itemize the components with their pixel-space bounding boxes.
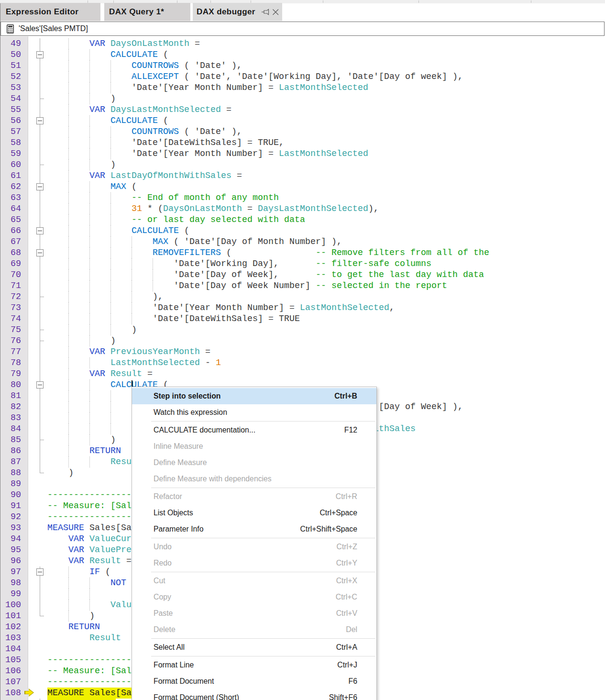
fold-line (40, 473, 44, 473)
menu-separator (132, 421, 376, 422)
menu-item[interactable]: CALCULATE documentation...F12 (132, 422, 376, 438)
code-line[interactable]: 49 VAR DaysOnLastMonth = (0, 38, 605, 49)
menu-item[interactable]: List ObjectsCtrl+Space (132, 505, 376, 521)
code-line[interactable]: 50 CALCULATE ( (0, 49, 605, 60)
code-line[interactable]: 67 MAX ( 'Date'[Day of Month Number] ), (0, 236, 605, 247)
fold-collapse-box[interactable] (36, 249, 44, 256)
menu-separator (132, 487, 376, 489)
code-text: MAX ( 'Date'[Day of Month Number] ), (47, 236, 342, 247)
menu-separator (132, 571, 376, 573)
code-text: VAR DaysLastMonthSelected = (47, 104, 231, 115)
measure-icon (7, 24, 14, 33)
line-number: 69 (0, 258, 21, 269)
menu-item: PasteCtrl+V (132, 605, 376, 622)
fold-line (40, 456, 40, 467)
fold-line (40, 445, 40, 456)
code-line[interactable]: 76 ) (0, 335, 605, 346)
fold-line (40, 297, 44, 297)
menu-item-shortcut: Ctrl+V (336, 609, 357, 618)
code-line[interactable]: 71 'Date'[Day of Week Number] -- selecte… (0, 280, 605, 291)
code-line[interactable]: 54 ) (0, 93, 605, 104)
fold-minus (38, 385, 42, 385)
code-text: 'Date'[Year Month Number] = LastMonthSel… (47, 302, 395, 313)
menu-item-shortcut: Ctrl+Shift+Space (300, 525, 357, 533)
code-line[interactable]: 77 VAR PreviousYearMonth = (0, 346, 605, 357)
code-line[interactable]: 51 COUNTROWS ( 'Date' ), (0, 60, 605, 71)
fold-line (40, 423, 40, 434)
code-line[interactable]: 64 31 * (DaysOnLastMonth = DaysLastMonth… (0, 203, 605, 214)
fold-line (40, 236, 40, 247)
line-number: 55 (0, 104, 21, 115)
line-number: 99 (0, 589, 21, 600)
line-number: 56 (0, 115, 21, 126)
line-number: 106 (0, 666, 21, 677)
menu-item[interactable]: Format Document (Short)Shift+F6 (132, 689, 376, 700)
fold-line (40, 390, 40, 401)
code-line[interactable]: 55 VAR DaysLastMonthSelected = (0, 104, 605, 115)
code-line[interactable]: 59 'Date'[Year Month Number] = LastMonth… (0, 148, 605, 159)
tab-expression-editor[interactable]: Expression Editor (0, 3, 100, 21)
code-line[interactable]: 53 'Date'[Year Month Number] = LastMonth… (0, 82, 605, 93)
fold-line (40, 214, 40, 225)
code-line[interactable]: 75 ) (0, 324, 605, 335)
code-text: 'Date'[Year Month Number] = LastMonthSel… (47, 82, 368, 93)
menu-item-label: Refactor (154, 492, 336, 501)
code-line[interactable]: 60 ) (0, 159, 605, 170)
code-line[interactable]: 63 -- End of month of any month (0, 192, 605, 203)
code-text: RETURN (47, 622, 100, 633)
line-number: 108 (0, 688, 21, 699)
fold-line (40, 401, 40, 412)
code-line[interactable]: 52 ALLEXCEPT ( 'Date', 'Date'[Working Da… (0, 71, 605, 82)
code-line[interactable]: 62 MAX ( (0, 181, 605, 192)
menu-item: RefactorCtrl+R (132, 489, 376, 505)
fold-collapse-box[interactable] (36, 568, 44, 576)
fold-collapse-box[interactable] (36, 51, 44, 58)
menu-item[interactable]: Watch this expression (132, 404, 376, 421)
code-text: VAR Result = (47, 368, 153, 379)
tab-dax-debugger[interactable]: DAX debugger (193, 3, 282, 21)
code-line[interactable]: 61 VAR LastDayOfMonthWithSales = (0, 170, 605, 181)
menu-item[interactable]: Select AllCtrl+A (132, 639, 376, 656)
code-line[interactable]: 73 'Date'[Year Month Number] = LastMonth… (0, 302, 605, 313)
fold-collapse-box[interactable] (36, 117, 44, 124)
code-line[interactable]: 68 REMOVEFILTERS ( -- Remove filters fro… (0, 247, 605, 258)
fold-collapse-box[interactable] (36, 183, 44, 190)
code-line[interactable]: 74 'Date'[DateWithSales] = TRUE (0, 313, 605, 324)
code-text: -- End of month of any month (47, 192, 279, 203)
code-line[interactable]: 70 'Date'[Day of Week], -- to get the la… (0, 269, 605, 280)
fold-collapse-box[interactable] (36, 381, 44, 389)
code-line[interactable]: 79 VAR Result = (0, 368, 605, 379)
line-number: 104 (0, 644, 21, 655)
line-number: 57 (0, 126, 21, 137)
line-number: 101 (0, 611, 21, 622)
tab-dax-query[interactable]: DAX Query 1* (104, 3, 190, 21)
menu-item[interactable]: Step into selectionCtrl+B (132, 388, 376, 404)
fold-line (40, 600, 40, 611)
menu-item-label: Select All (154, 643, 336, 652)
code-line[interactable]: 78 LastMonthSelected - 1 (0, 357, 605, 368)
code-line[interactable]: 57 COUNTROWS ( 'Date' ), (0, 126, 605, 137)
menu-item-shortcut: Ctrl+Z (337, 543, 357, 551)
code-line[interactable]: 56 CALCULATE ( (0, 115, 605, 126)
close-icon[interactable] (272, 8, 280, 16)
code-line[interactable]: 69 'Date'[Working Day], -- filter-safe c… (0, 258, 605, 269)
menu-item[interactable]: Parameter InfoCtrl+Shift+Space (132, 521, 376, 537)
line-number: 58 (0, 137, 21, 148)
line-number: 60 (0, 159, 21, 170)
menu-item[interactable]: Format LineCtrl+J (132, 657, 376, 673)
menu-item-shortcut: Ctrl+J (337, 661, 357, 669)
line-number: 88 (0, 467, 21, 478)
fold-line (40, 578, 40, 589)
code-line[interactable]: 72 ), (0, 291, 605, 302)
pin-icon[interactable] (261, 8, 270, 16)
code-line[interactable]: 58 'Date'[DateWithSales] = TRUE, (0, 137, 605, 148)
code-line[interactable]: 66 CALCULATE ( (0, 225, 605, 236)
debug-arrow-icon (25, 689, 33, 696)
menu-item[interactable]: Format DocumentF6 (132, 673, 376, 689)
fold-collapse-box[interactable] (36, 227, 44, 234)
tab-label: Expression Editor (6, 7, 78, 17)
fold-minus (38, 55, 42, 55)
code-line[interactable]: 65 -- or last day selected with data (0, 214, 605, 225)
menu-item-label: Inline Measure (154, 442, 357, 451)
line-number: 102 (0, 622, 21, 633)
